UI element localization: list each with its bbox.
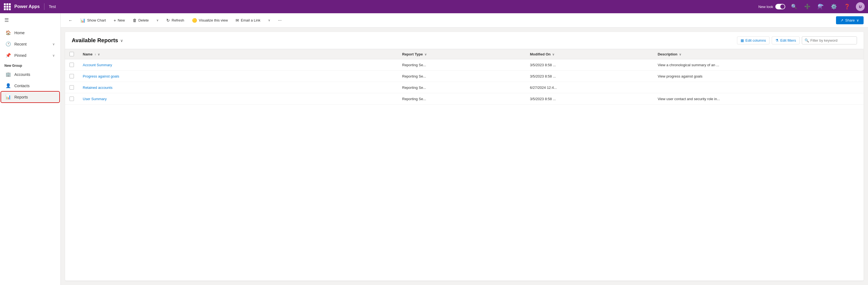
column-header-name: Name ↑ ∨ [78,49,398,59]
chevron-down-icon: ∨ [53,54,55,57]
row-description-cell: View user contact and security role in..… [653,93,864,104]
report-name-link[interactable]: Account Summary [83,63,112,67]
sidebar-home-label: Home [14,31,55,35]
column-description-dropdown-icon[interactable]: ∨ [679,53,681,56]
table-row: Retained accounts Reporting Se... 6/27/2… [65,82,864,93]
hamburger-menu-button[interactable]: ☰ [0,13,60,27]
row-checkbox-cell [65,82,78,93]
toolbar: ← 📊 Show Chart + New 🗑 Delete ∨ ↻ Refres… [61,13,868,28]
share-icon: ↗ [840,18,843,22]
more-options-button[interactable]: ⋯ [275,17,285,24]
edit-columns-label: Edit columns [746,38,766,42]
main-layout: ☰ 🏠 Home 🕐 Recent ∨ 📌 Pinned ∨ New Group… [0,13,868,285]
sidebar-contacts-label: Contacts [14,84,55,88]
sidebar-accounts-label: Accounts [14,72,55,77]
filter-search-icon: 🔍 [805,38,809,42]
visualize-label: Visualize this view [199,18,228,22]
reports-table: Name ↑ ∨ Report Type ∨ Modified On ∨ [65,49,864,104]
row-description-cell [653,82,864,93]
search-icon[interactable]: 🔍 [790,2,799,11]
new-button[interactable]: + New [110,16,128,24]
expand-chevron-button[interactable]: ∨ [265,17,274,24]
chevron-down-icon: ∨ [268,19,270,22]
column-report-type-dropdown-icon[interactable]: ∨ [425,53,427,56]
row-name-cell: Progress against goals [78,71,398,82]
row-checkbox[interactable] [69,85,74,90]
report-name-link[interactable]: Progress against goals [83,74,119,78]
row-description-cell: View progress against goals [653,71,864,82]
delete-label: Delete [138,18,149,22]
column-description-label: Description [657,52,677,56]
settings-icon[interactable]: ⚙️ [829,2,838,11]
toggle-track[interactable] [775,4,785,9]
add-icon[interactable]: ➕ [803,2,812,11]
report-name-link[interactable]: User Summary [83,97,107,101]
recent-icon: 🕐 [5,41,11,46]
view-title-dropdown-icon[interactable]: ∨ [120,38,123,43]
main-content: Available Reports ∨ ▦ Edit columns ⚗ Edi… [65,32,864,281]
refresh-button[interactable]: ↻ Refresh [163,16,188,25]
row-modified-cell: 6/27/2024 12:4... [525,82,653,93]
filter-funnel-icon: ⚗ [775,38,779,42]
email-link-button[interactable]: ✉ Email a Link [232,16,264,25]
table-row: Account Summary Reporting Se... 3/5/2023… [65,59,864,71]
delete-button[interactable]: 🗑 Delete [129,16,152,24]
chevron-down-icon: ∨ [156,19,159,22]
sidebar-item-accounts[interactable]: 🏢 Accounts [1,69,59,80]
column-modified-dropdown-icon[interactable]: ∨ [552,53,554,56]
row-checkbox[interactable] [69,74,74,78]
sidebar-item-pinned[interactable]: 📌 Pinned ∨ [1,50,59,61]
delete-chevron-button[interactable]: ∨ [153,17,162,24]
header-checkbox-cell [65,49,78,59]
share-label: Share [845,18,855,22]
pinned-icon: 📌 [5,53,11,58]
new-look-toggle[interactable]: New look [758,4,785,9]
filter-by-keyword-input[interactable] [802,36,857,44]
column-header-modified-on: Modified On ∨ [525,49,653,59]
back-icon: ← [68,18,72,23]
table-row: Progress against goals Reporting Se... 3… [65,71,864,82]
view-title-row: Available Reports ∨ [72,37,123,43]
row-checkbox[interactable] [69,97,74,101]
sidebar-item-home[interactable]: 🏠 Home [1,27,59,38]
reports-table-container: Name ↑ ∨ Report Type ∨ Modified On ∨ [65,49,864,281]
column-modified-label: Modified On [530,52,551,56]
column-name-dropdown-icon[interactable]: ∨ [98,53,100,56]
new-label: New [118,18,125,22]
row-description-cell: View a chronological summary of an ... [653,59,864,71]
view-actions: ▦ Edit columns ⚗ Edit filters 🔍 [737,36,857,44]
email-icon: ✉ [236,18,239,23]
filter-icon[interactable]: ⚗️ [816,2,825,11]
waffle-menu-button[interactable] [3,3,11,10]
row-checkbox-cell [65,93,78,104]
avatar[interactable]: U [856,2,865,11]
row-checkbox-cell [65,59,78,71]
select-all-checkbox[interactable] [69,52,74,56]
row-checkbox[interactable] [69,63,74,67]
sidebar-item-reports[interactable]: 📊 Reports [1,92,59,102]
sort-ascending-icon[interactable]: ↑ [95,53,96,56]
table-header-row: Name ↑ ∨ Report Type ∨ Modified On ∨ [65,49,864,59]
share-button[interactable]: ↗ Share ∨ [836,16,864,24]
report-name-link[interactable]: Retained accounts [83,86,113,90]
top-navigation: Power Apps Test New look 🔍 ➕ ⚗️ ⚙️ ❓ U [0,0,868,13]
show-chart-button[interactable]: 📊 Show Chart [77,16,109,25]
sidebar-item-recent[interactable]: 🕐 Recent ∨ [1,39,59,50]
table-row: User Summary Reporting Se... 3/5/2023 8:… [65,93,864,104]
chevron-down-icon: ∨ [53,42,55,46]
content-area: ← 📊 Show Chart + New 🗑 Delete ∨ ↻ Refres… [61,13,868,285]
edit-columns-button[interactable]: ▦ Edit columns [737,36,770,44]
row-modified-cell: 3/5/2023 8:58 ... [525,59,653,71]
edit-filters-label: Edit filters [780,38,796,42]
row-type-cell: Reporting Se... [398,93,525,104]
sidebar: ☰ 🏠 Home 🕐 Recent ∨ 📌 Pinned ∨ New Group… [0,13,61,285]
help-icon[interactable]: ❓ [843,2,851,11]
refresh-label: Refresh [172,18,184,22]
sidebar-item-contacts[interactable]: 👤 Contacts [1,80,59,91]
back-button[interactable]: ← [65,16,76,24]
filter-input-wrap: 🔍 [802,36,857,44]
new-look-label: New look [758,5,773,9]
edit-filters-button[interactable]: ⚗ Edit filters [772,36,800,44]
contacts-icon: 👤 [5,83,11,88]
visualize-button[interactable]: 🟡 Visualize this view [189,16,231,25]
